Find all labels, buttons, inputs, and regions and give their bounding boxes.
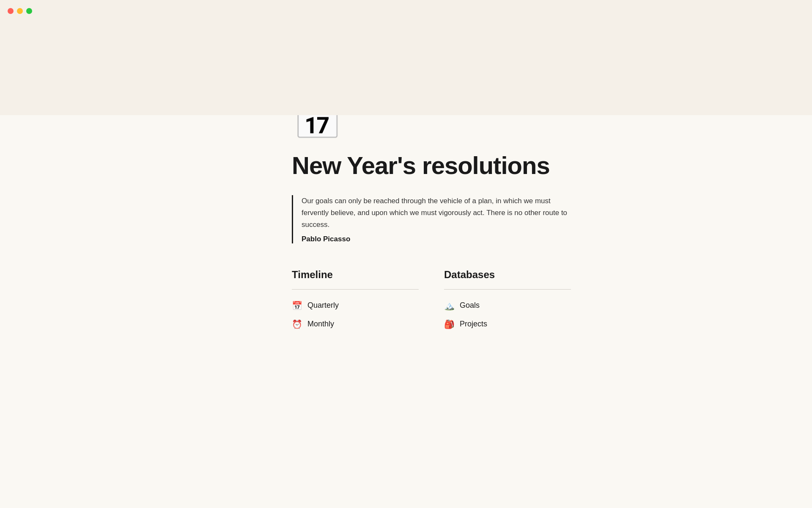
monthly-icon: ⏰ xyxy=(292,319,302,329)
title-bar xyxy=(0,0,812,22)
two-column-layout: Timeline 📅 Quarterly ⏰ Monthly Databases… xyxy=(292,269,571,334)
database-item-goals[interactable]: 🏔️ Goals xyxy=(444,296,571,315)
timeline-column: Timeline 📅 Quarterly ⏰ Monthly xyxy=(292,269,419,334)
databases-divider xyxy=(444,289,571,290)
database-item-projects[interactable]: 🎒 Projects xyxy=(444,315,571,334)
goals-label: Goals xyxy=(460,301,480,310)
maximize-button[interactable] xyxy=(26,8,32,14)
timeline-heading: Timeline xyxy=(292,269,419,281)
databases-heading: Databases xyxy=(444,269,571,281)
quarterly-label: Quarterly xyxy=(307,301,339,310)
blockquote-author: Pablo Picasso xyxy=(302,235,571,243)
blockquote-text: Our goals can only be reached through th… xyxy=(302,195,571,231)
blockquote: Our goals can only be reached through th… xyxy=(292,195,571,243)
quarterly-icon: 📅 xyxy=(292,301,302,311)
timeline-item-monthly[interactable]: ⏰ Monthly xyxy=(292,315,419,334)
page-title: New Year's resolutions xyxy=(292,152,571,180)
cover-area xyxy=(0,22,812,115)
timeline-divider xyxy=(292,289,419,290)
goals-icon: 🏔️ xyxy=(444,301,455,311)
projects-icon: 🎒 xyxy=(444,319,455,329)
monthly-label: Monthly xyxy=(307,320,334,329)
projects-label: Projects xyxy=(460,320,487,329)
databases-column: Databases 🏔️ Goals 🎒 Projects xyxy=(444,269,571,334)
timeline-item-quarterly[interactable]: 📅 Quarterly xyxy=(292,296,419,315)
minimize-button[interactable] xyxy=(17,8,23,14)
close-button[interactable] xyxy=(8,8,14,14)
